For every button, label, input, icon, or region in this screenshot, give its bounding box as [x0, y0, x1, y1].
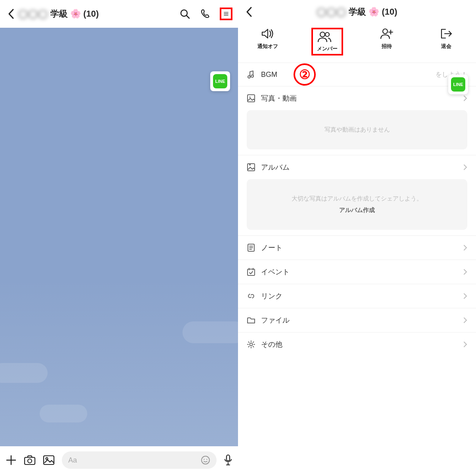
events-label: イベント: [261, 267, 458, 277]
back-button[interactable]: [244, 7, 255, 17]
invite-label: 招待: [382, 43, 392, 50]
decoration-cloud: [0, 363, 48, 383]
svg-point-13: [251, 75, 253, 77]
mic-icon: [224, 454, 232, 466]
svg-point-10: [325, 32, 329, 36]
header-actions: [178, 8, 232, 20]
svg-point-7: [206, 459, 207, 460]
chevron-left-icon: [246, 7, 252, 17]
files-section: ファイル: [238, 308, 476, 332]
files-row[interactable]: ファイル: [238, 308, 476, 332]
album-create-cta: アルバム作成: [254, 206, 460, 214]
album-empty-text: 大切な写真はアルバムを作成してシェアしよう。: [292, 195, 422, 202]
notes-label: ノート: [261, 243, 458, 252]
svg-rect-1: [25, 457, 35, 464]
camera-icon: [24, 455, 36, 465]
album-empty[interactable]: 大切な写真はアルバムを作成してシェアしよう。 アルバム作成: [247, 179, 467, 230]
notify-off-button[interactable]: 通知オフ: [238, 28, 298, 55]
mic-button[interactable]: [224, 454, 232, 466]
chevron-right-icon: [463, 341, 467, 348]
chevron-right-icon: [463, 317, 467, 323]
image-icon: [247, 94, 255, 103]
phone-icon: [200, 8, 211, 19]
svg-point-15: [250, 97, 251, 98]
gallery-button[interactable]: [43, 455, 55, 465]
photos-section: 写真・動画 写真や動画はありません: [238, 86, 476, 155]
other-label: その他: [261, 340, 458, 349]
svg-rect-14: [248, 95, 255, 102]
chevron-right-icon: [463, 293, 467, 299]
title-emoji: 🌸: [369, 7, 379, 17]
members-button[interactable]: メンバー: [298, 28, 357, 55]
title-blurred-part: ◯◯◯: [18, 9, 48, 19]
album-section: アルバム 大切な写真はアルバムを作成してシェアしよう。 アルバム作成: [238, 155, 476, 235]
hamburger-icon: [224, 10, 228, 18]
members-label: メンバー: [317, 45, 338, 52]
title-emoji: 🌸: [70, 9, 81, 19]
menu-header: ◯◯◯ 学級 🌸 (10): [238, 0, 476, 24]
leave-button[interactable]: 退会: [416, 28, 476, 55]
svg-rect-3: [44, 456, 54, 464]
message-input[interactable]: Aa: [62, 451, 217, 469]
chat-input-bar: Aa: [0, 446, 238, 474]
events-row[interactable]: イベント: [238, 260, 476, 284]
notes-section: ノート: [238, 235, 476, 260]
notes-row[interactable]: ノート: [238, 236, 476, 260]
menu-button[interactable]: [220, 8, 232, 20]
call-button[interactable]: [199, 8, 212, 20]
bgm-label: BGM: [261, 71, 430, 79]
svg-point-2: [28, 459, 32, 463]
links-label: リンク: [261, 291, 458, 301]
other-section: その他: [238, 332, 476, 356]
svg-rect-16: [248, 164, 255, 171]
bgm-section: BGM をしよう！: [238, 63, 476, 86]
links-section: リンク: [238, 284, 476, 308]
svg-point-9: [320, 32, 325, 37]
other-row[interactable]: その他: [238, 333, 476, 356]
photos-row[interactable]: 写真・動画: [238, 86, 476, 110]
annotation-2: ②: [294, 63, 316, 86]
album-icon: [247, 163, 255, 172]
image-icon: [43, 455, 55, 465]
chevron-right-icon: [463, 269, 467, 275]
speaker-icon: [261, 28, 275, 40]
members-highlight: メンバー: [311, 28, 343, 55]
title-suffix: 学級: [50, 8, 68, 20]
line-app-badge[interactable]: LINE: [448, 75, 468, 94]
chat-title: ◯◯◯ 学級 🌸 (10): [18, 8, 178, 20]
chevron-right-icon: [463, 95, 467, 101]
svg-point-6: [203, 459, 204, 460]
chat-menu-screen: ◯◯◯ 学級 🌸 (10) 通知オフ メンバー 招待 退会 ② LINE: [238, 0, 476, 474]
chat-screen: ◯◯◯ 学級 🌸 (10) ① LINE: [0, 0, 238, 474]
line-logo: LINE: [451, 77, 465, 92]
emoji-icon[interactable]: [201, 455, 210, 465]
add-button[interactable]: [6, 455, 17, 466]
photos-label: 写真・動画: [261, 94, 458, 103]
chat-body: [0, 28, 238, 446]
leave-label: 退会: [441, 43, 451, 50]
svg-rect-18: [248, 269, 255, 275]
line-logo: LINE: [213, 74, 227, 88]
menu-title: ◯◯◯ 学級 🌸 (10): [255, 6, 459, 18]
album-label: アルバム: [261, 162, 458, 172]
decoration-cloud: [182, 321, 238, 343]
bgm-row[interactable]: BGM をしよう！: [238, 63, 476, 86]
menu-action-row: 通知オフ メンバー 招待 退会: [238, 24, 476, 63]
chevron-right-icon: [463, 164, 467, 170]
music-icon: [247, 70, 255, 79]
files-label: ファイル: [261, 315, 458, 325]
album-row[interactable]: アルバム: [238, 155, 476, 179]
gear-icon: [247, 340, 255, 349]
title-count: (10): [382, 7, 397, 17]
camera-button[interactable]: [24, 455, 36, 465]
back-button[interactable]: [6, 9, 17, 19]
line-app-badge[interactable]: LINE: [210, 71, 230, 91]
svg-point-19: [250, 343, 253, 346]
invite-button[interactable]: 招待: [357, 28, 416, 55]
search-button[interactable]: [178, 8, 191, 20]
search-icon: [179, 8, 190, 19]
svg-point-11: [383, 29, 388, 34]
links-row[interactable]: リンク: [238, 284, 476, 308]
note-icon: [247, 243, 255, 252]
chevron-right-icon: [463, 245, 467, 251]
